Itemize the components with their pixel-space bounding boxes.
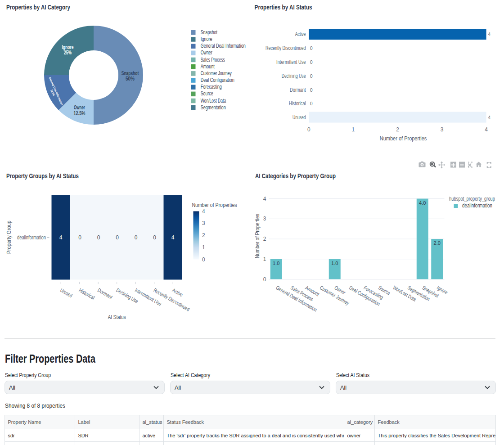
svg-text:0: 0: [310, 60, 313, 65]
svg-text:0: 0: [153, 234, 156, 241]
svg-text:0: 0: [97, 234, 100, 241]
svg-text:4: 4: [263, 196, 266, 202]
svg-text:Number of Properties: Number of Properties: [254, 214, 261, 258]
svg-text:Amount: Amount: [201, 63, 215, 70]
svg-text:0: 0: [307, 126, 310, 133]
svg-text:Historical: Historical: [289, 100, 306, 107]
svg-text:0: 0: [310, 46, 313, 51]
svg-text:Dormant: Dormant: [96, 287, 114, 301]
svg-text:Source: Source: [201, 90, 213, 97]
svg-text:Select AI Status: Select AI Status: [336, 372, 369, 378]
svg-text:Declining Use: Declining Use: [282, 73, 306, 79]
svg-text:4: 4: [59, 234, 63, 241]
svg-text:All: All: [340, 384, 346, 391]
svg-text:1.0: 1.0: [331, 261, 338, 266]
svg-text:2.0: 2.0: [434, 240, 441, 246]
svg-text:Ignore: Ignore: [201, 36, 212, 42]
svg-text:1: 1: [202, 244, 205, 251]
svg-text:2: 2: [396, 126, 399, 133]
svg-text:0: 0: [116, 234, 119, 241]
svg-text:Sales Process: Sales Process: [201, 57, 225, 63]
svg-text:All: All: [9, 384, 15, 391]
svg-text:Select AI Category: Select AI Category: [171, 372, 210, 378]
svg-text:Active: Active: [295, 31, 306, 37]
svg-text:0: 0: [202, 256, 205, 263]
svg-text:4: 4: [485, 126, 488, 133]
svg-text:4: 4: [171, 234, 175, 241]
svg-text:Number of Properties: Number of Properties: [192, 202, 237, 208]
svg-text:1: 1: [352, 126, 355, 133]
svg-text:0: 0: [310, 101, 313, 106]
svg-text:All: All: [175, 384, 181, 391]
svg-text:Historical: Historical: [78, 287, 96, 301]
svg-text:2: 2: [263, 236, 266, 242]
svg-text:Dormant: Dormant: [290, 87, 306, 93]
svg-text:Active: Active: [171, 287, 184, 298]
svg-text:Forecasting: Forecasting: [201, 84, 222, 90]
svg-text:1: 1: [263, 256, 266, 262]
svg-text:dealinformation: dealinformation: [462, 202, 492, 209]
svg-text:0: 0: [310, 74, 313, 79]
svg-text:4: 4: [488, 32, 491, 37]
svg-text:3: 3: [441, 126, 444, 133]
svg-text:Snapshot: Snapshot: [201, 29, 218, 36]
svg-text:1.0: 1.0: [273, 261, 279, 266]
svg-text:0: 0: [263, 276, 266, 283]
svg-text:Deal Configuration: Deal Configuration: [201, 77, 234, 83]
svg-text:4: 4: [202, 208, 205, 215]
svg-text:Unused: Unused: [59, 287, 73, 299]
svg-text:50%: 50%: [126, 76, 135, 82]
svg-text:Filter Properties Data: Filter Properties Data: [5, 352, 96, 365]
svg-text:0: 0: [78, 234, 81, 241]
svg-text:Unused: Unused: [292, 114, 306, 121]
svg-text:0: 0: [135, 234, 138, 241]
svg-text:3: 3: [202, 220, 205, 226]
svg-text:General Deal Information: General Deal Information: [201, 43, 246, 49]
svg-text:0: 0: [310, 88, 313, 93]
svg-text:Properties by AI Category: Properties by AI Category: [6, 3, 70, 11]
svg-text:Number of Properties: Number of Properties: [380, 135, 427, 142]
svg-text:Recently Discontinued: Recently Discontinued: [266, 45, 306, 51]
svg-text:Won/Lost Data: Won/Lost Data: [201, 98, 226, 104]
svg-text:hubspot_property_group: hubspot_property_group: [449, 195, 495, 202]
svg-text:Property Groups by AI Status: Property Groups by AI Status: [6, 172, 79, 180]
svg-text:3: 3: [263, 216, 266, 222]
svg-text:Select Property Group: Select Property Group: [5, 372, 51, 378]
svg-text:Segmentation: Segmentation: [201, 104, 226, 111]
svg-text:Properties by AI Status: Properties by AI Status: [255, 3, 312, 11]
svg-text:Owner: Owner: [201, 49, 212, 56]
svg-text:Showing 8 of 8 properties: Showing 8 of 8 properties: [5, 403, 65, 409]
svg-text:dealinformation: dealinformation: [17, 234, 46, 241]
svg-text:Intermittent Use: Intermittent Use: [276, 59, 306, 65]
svg-text:AI Categories by Property Grou: AI Categories by Property Group: [255, 172, 336, 180]
svg-text:Customer Journey: Customer Journey: [201, 70, 232, 76]
svg-text:Property Group: Property Group: [5, 220, 12, 254]
svg-text:Owner: Owner: [74, 104, 85, 111]
svg-text:2: 2: [202, 232, 205, 238]
svg-text:4: 4: [488, 115, 491, 120]
svg-text:12.5%: 12.5%: [74, 110, 86, 117]
svg-text:25%: 25%: [64, 49, 72, 56]
svg-text:AI Status: AI Status: [108, 314, 126, 320]
svg-text:4.0: 4.0: [419, 200, 426, 206]
